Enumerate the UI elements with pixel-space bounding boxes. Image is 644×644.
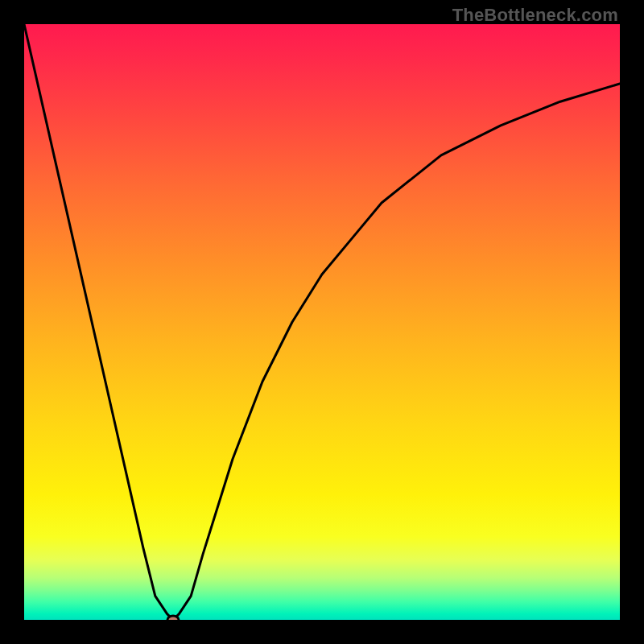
watermark-text: TheBottleneck.com bbox=[452, 5, 618, 26]
plot-area bbox=[24, 24, 620, 620]
chart-frame bbox=[24, 24, 620, 620]
gradient-background bbox=[24, 24, 620, 620]
